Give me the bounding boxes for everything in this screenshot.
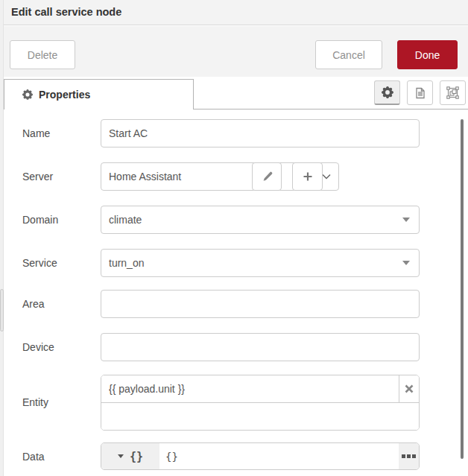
- tab-properties-label: Properties: [39, 89, 90, 101]
- description-button[interactable]: [407, 80, 433, 105]
- service-input[interactable]: [101, 257, 402, 269]
- selection-frame-icon: [446, 86, 459, 99]
- remove-entity-button[interactable]: [399, 375, 419, 402]
- server-label: Server: [22, 162, 53, 191]
- entity-item: [101, 375, 419, 403]
- area-label: Area: [22, 290, 45, 318]
- done-button[interactable]: Done: [397, 40, 458, 69]
- add-server-button[interactable]: [292, 162, 323, 191]
- name-input[interactable]: [101, 119, 420, 147]
- entity-label: Entity: [22, 375, 48, 431]
- ellipsis-icon: [407, 454, 411, 458]
- entity-input[interactable]: [101, 375, 399, 402]
- cancel-button[interactable]: Cancel: [315, 40, 382, 69]
- ellipsis-icon: [402, 454, 405, 458]
- edit-server-button[interactable]: [252, 162, 282, 191]
- gear-icon: [22, 89, 33, 100]
- tray-resize-bar[interactable]: [0, 0, 4, 476]
- appearance-button[interactable]: [440, 80, 466, 105]
- data-label: Data: [22, 442, 45, 471]
- close-x-icon: [405, 384, 414, 393]
- domain-input[interactable]: [101, 214, 402, 226]
- plus-icon: [303, 171, 313, 182]
- service-label: Service: [22, 249, 57, 277]
- ellipsis-icon: [412, 454, 416, 458]
- dialog-title: Edit call service node: [4, 0, 468, 25]
- server-select-value: Home Assistant: [109, 171, 181, 183]
- data-typed-input: {}: [101, 442, 420, 470]
- device-input[interactable]: [101, 333, 420, 361]
- gear-icon: [382, 86, 393, 98]
- properties-gear-button[interactable]: [374, 80, 400, 105]
- expand-editor-button[interactable]: [399, 443, 419, 469]
- caret-down-icon[interactable]: [402, 261, 410, 265]
- area-input[interactable]: [101, 290, 420, 318]
- entity-list: [101, 375, 420, 431]
- device-label: Device: [22, 333, 54, 361]
- tray-resize-handle[interactable]: [0, 289, 4, 331]
- document-icon: [414, 87, 426, 99]
- chevron-down-icon: [322, 174, 331, 180]
- tray-toolbar: Delete Cancel Done: [4, 26, 468, 77]
- name-label: Name: [22, 119, 50, 147]
- delete-button[interactable]: Delete: [10, 40, 75, 69]
- json-type-icon: {}: [130, 450, 143, 463]
- data-value-input[interactable]: [159, 443, 399, 469]
- entity-input-empty[interactable]: [101, 403, 419, 431]
- tray-header: Edit call service node: [4, 0, 468, 25]
- tab-bar: Properties: [4, 77, 468, 110]
- entity-item-empty: [101, 403, 419, 431]
- pencil-icon: [262, 171, 273, 183]
- tab-properties[interactable]: Properties: [4, 79, 194, 110]
- properties-form: Name Server Home Assistant Domain: [4, 110, 468, 476]
- caret-down-icon[interactable]: [402, 218, 410, 222]
- form-scrollbar[interactable]: [461, 119, 464, 459]
- data-type-selector[interactable]: {}: [101, 443, 159, 469]
- caret-down-icon: [118, 454, 124, 458]
- domain-label: Domain: [22, 206, 58, 234]
